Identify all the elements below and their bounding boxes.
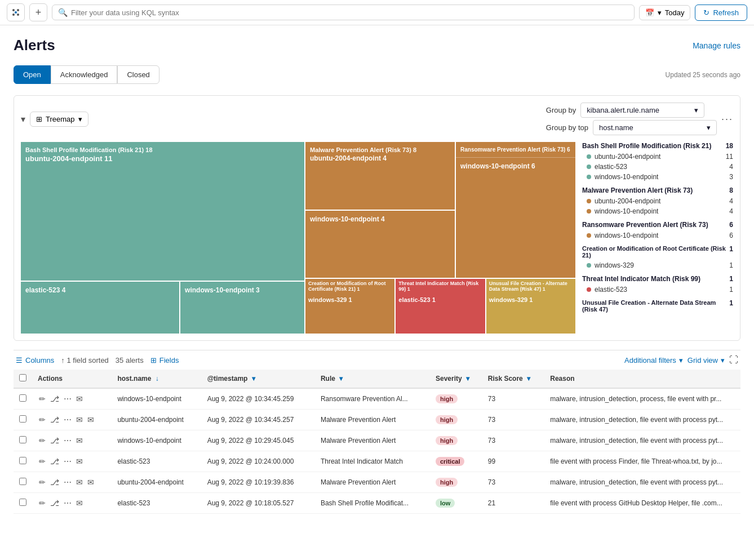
col-host[interactable]: host.name ↓	[112, 370, 201, 388]
envelope-action-icon[interactable]: ✉	[75, 456, 84, 467]
select-all-checkbox[interactable]	[19, 374, 26, 381]
cell-host-label: ubuntu-2004-endpoint 11	[25, 154, 300, 163]
more-action-icon[interactable]: ⋯	[63, 393, 73, 405]
chevron-down-icon: ▾	[721, 356, 725, 365]
treemap-cell-bash-elastic[interactable]: elastic-523 4	[21, 282, 179, 334]
search-input[interactable]	[71, 8, 628, 17]
extra-action-icon[interactable]: ✉	[86, 414, 95, 425]
tab-acknowledged[interactable]: Acknowledged	[51, 65, 118, 84]
updated-text: Updated 25 seconds ago	[666, 71, 740, 79]
nav-icon-button[interactable]	[7, 3, 25, 21]
tree-action-icon[interactable]: ⎇	[49, 414, 60, 425]
tabs: Open Acknowledged Closed	[14, 65, 159, 84]
tree-action-icon[interactable]: ⎇	[49, 477, 60, 488]
table-body: ✏ ⎇ ⋯ ✉ windows-10-endpoint Aug 9, 2022 …	[14, 388, 740, 514]
treemap-cell-malware-header[interactable]: Malware Prevention Alert (Risk 73) 8 ubu…	[305, 142, 455, 210]
envelope-action-icon[interactable]: ✉	[75, 497, 84, 509]
cell-rule-label: Bash Shell Profile Modification (Risk 21…	[25, 146, 300, 153]
table-toolbar-right: Additional filters ▾ Grid view ▾ ⛶	[624, 355, 738, 365]
svg-point-2	[12, 14, 15, 16]
treemap-cell-malware-windows[interactable]: windows-10-endpoint 4	[305, 211, 455, 278]
more-action-icon[interactable]: ⋯	[63, 497, 73, 509]
row-checkbox[interactable]	[19, 415, 26, 423]
treemap-button[interactable]: ⊞ Treemap ▾	[30, 112, 88, 127]
envelope-action-icon[interactable]: ✉	[75, 393, 84, 405]
row-checkbox-cell[interactable]	[14, 430, 32, 451]
treemap-bash-bottom: elastic-523 4 windows-10-endpoint 3	[21, 282, 304, 334]
col-rule[interactable]: Rule ▾	[315, 370, 430, 388]
row-severity: critical	[430, 451, 482, 472]
more-action-icon[interactable]: ⋯	[63, 477, 73, 488]
fields-button[interactable]: ⊞ Fields	[150, 356, 179, 365]
row-checkbox[interactable]	[19, 394, 26, 402]
svg-point-3	[17, 14, 19, 16]
tree-action-icon[interactable]: ⎇	[49, 456, 60, 467]
more-action-icon[interactable]: ⋯	[63, 456, 73, 467]
tree-action-icon[interactable]: ⎇	[49, 497, 60, 509]
table-row: ✏ ⎇ ⋯ ✉ ✉ ubuntu-2004-endpoint Aug 9, 20…	[14, 410, 740, 430]
add-tab-button[interactable]: +	[29, 3, 47, 21]
row-checkbox[interactable]	[19, 436, 26, 443]
col-timestamp[interactable]: @timestamp ▾	[202, 370, 315, 388]
legend-group-ransomware: Ransomware Prevention Alert (Risk 73)6 w…	[582, 221, 733, 241]
svg-point-1	[17, 9, 19, 11]
tree-action-icon[interactable]: ⎇	[49, 435, 60, 446]
treemap-cell-root-cert[interactable]: Creation or Modification of Root Certifi…	[305, 279, 394, 334]
treemap-cell-bash-ubuntu[interactable]: Bash Shell Profile Modification (Risk 21…	[21, 142, 304, 281]
edit-action-icon[interactable]: ✏	[38, 414, 47, 425]
extra-action-icon[interactable]: ✉	[86, 477, 95, 488]
row-checkbox[interactable]	[19, 499, 26, 506]
table-row: ✏ ⎇ ⋯ ✉ ✉ ubuntu-2004-endpoint Aug 9, 20…	[14, 472, 740, 493]
treemap-cell-threat-intel[interactable]: Threat Intel Indicator Match (Risk 99) 1…	[396, 279, 485, 334]
expand-button[interactable]: ⛶	[729, 355, 738, 365]
more-options-button[interactable]: ···	[721, 113, 733, 125]
grid-view-label: Grid view	[688, 356, 718, 365]
envelope-action-icon[interactable]: ✉	[75, 414, 84, 425]
additional-filters-button[interactable]: Additional filters ▾	[624, 356, 683, 365]
chevron-down-icon: ▾	[658, 8, 662, 17]
edit-action-icon[interactable]: ✏	[38, 435, 47, 446]
row-checkbox-cell[interactable]	[14, 410, 32, 430]
treemap-cell-unusual-file[interactable]: Unusual File Creation - Alternate Data S…	[486, 279, 575, 334]
row-checkbox-cell[interactable]	[14, 493, 32, 514]
group-by-label: Group by	[546, 106, 576, 114]
group-by-controls: Group by kibana.alert.rule.name ▾ Group …	[546, 103, 717, 135]
edit-action-icon[interactable]: ✏	[38, 497, 47, 509]
row-checkbox[interactable]	[19, 457, 26, 464]
more-action-icon[interactable]: ⋯	[63, 435, 73, 446]
row-checkbox[interactable]	[19, 478, 26, 485]
tab-open[interactable]: Open	[14, 65, 51, 84]
grid-view-button[interactable]: Grid view ▾	[688, 356, 725, 365]
tab-closed[interactable]: Closed	[117, 65, 159, 84]
viz-panel: ▾ ⊞ Treemap ▾ Group by kibana.alert.rule…	[14, 95, 740, 341]
tree-action-icon[interactable]: ⎇	[49, 393, 60, 405]
select-all-header[interactable]	[14, 370, 32, 388]
cell-host-label: windows-10-endpoint 4	[310, 215, 450, 223]
legend-dot	[587, 263, 591, 268]
edit-action-icon[interactable]: ✏	[38, 393, 47, 405]
group-by-select[interactable]: kibana.alert.rule.name ▾	[580, 103, 704, 118]
col-severity[interactable]: Severity ▾	[430, 370, 482, 388]
columns-button[interactable]: ☰ Columns	[16, 356, 54, 365]
table-header-row: Actions host.name ↓ @timestamp ▾ Rule ▾ …	[14, 370, 740, 388]
row-checkbox-cell[interactable]	[14, 451, 32, 472]
manage-rules-link[interactable]: Manage rules	[693, 41, 740, 50]
more-action-icon[interactable]: ⋯	[63, 414, 73, 425]
severity-badge: high	[436, 394, 458, 403]
row-checkbox-cell[interactable]	[14, 472, 32, 493]
refresh-button[interactable]: ↻ Refresh	[695, 5, 747, 21]
col-risk-score[interactable]: Risk Score ▾	[482, 370, 545, 388]
envelope-action-icon[interactable]: ✉	[75, 435, 84, 446]
row-timestamp: Aug 9, 2022 @ 10:19:39.836	[202, 472, 315, 493]
severity-badge: low	[436, 499, 455, 508]
group-by-top-select[interactable]: host.name ▾	[593, 120, 717, 135]
collapse-button[interactable]: ▾	[21, 114, 25, 125]
date-picker-button[interactable]: 📅 ▾ Today	[639, 5, 691, 20]
row-checkbox-cell[interactable]	[14, 388, 32, 410]
cell-rule-label: Malware Prevention Alert (Risk 73) 8	[310, 146, 450, 153]
envelope-action-icon[interactable]: ✉	[75, 477, 84, 488]
edit-action-icon[interactable]: ✏	[38, 456, 47, 467]
edit-action-icon[interactable]: ✏	[38, 477, 47, 488]
treemap-cell-ransomware-windows[interactable]: windows-10-endpoint 6	[456, 158, 575, 278]
treemap-cell-bash-windows[interactable]: windows-10-endpoint 3	[180, 282, 304, 334]
